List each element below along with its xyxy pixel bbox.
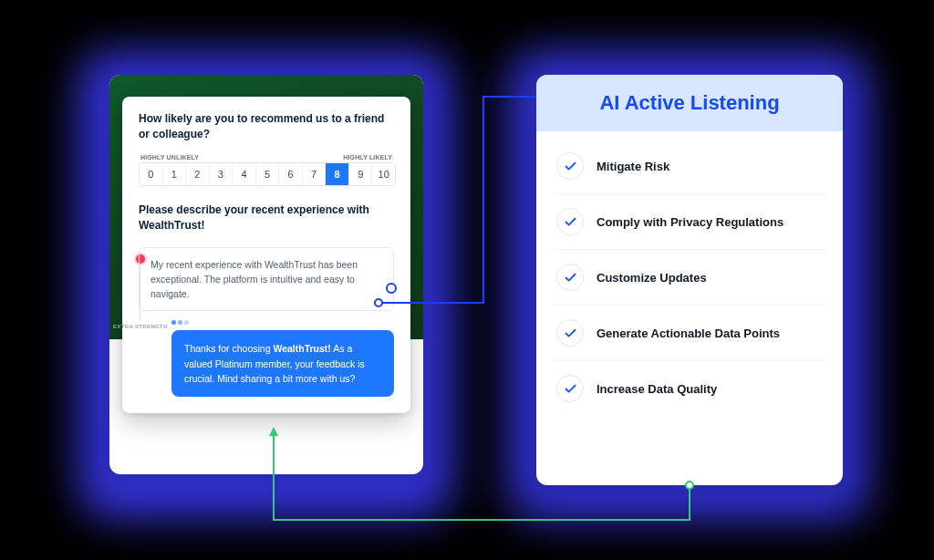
- feature-row: Mitigate Risk: [553, 139, 826, 194]
- features-list: Mitigate RiskComply with Privacy Regulat…: [536, 131, 843, 421]
- nps-cell-5[interactable]: 5: [256, 163, 280, 185]
- nps-cell-7[interactable]: 7: [303, 163, 327, 185]
- survey-card: How likely are you to recommend us to a …: [109, 75, 423, 474]
- ai-reply-bubble: Thanks for choosing WealthTrust! As a va…: [171, 330, 394, 397]
- diagram-stage: How likely are you to recommend us to a …: [0, 0, 934, 560]
- typing-indicator: [171, 320, 394, 325]
- feature-row: Generate Actionable Data Points: [553, 306, 826, 361]
- features-card: AI Active Listening Mitigate RiskComply …: [536, 75, 843, 485]
- nps-cell-1[interactable]: 1: [163, 163, 187, 185]
- feature-label: Comply with Privacy Regulations: [597, 215, 784, 229]
- open-response-box[interactable]: My recent experience with WealthTrust ha…: [139, 247, 394, 312]
- nps-question: How likely are you to recommend us to a …: [139, 111, 394, 143]
- feature-row: Increase Data Quality: [553, 361, 826, 416]
- survey-panel: How likely are you to recommend us to a …: [122, 97, 410, 413]
- nps-cell-6[interactable]: 6: [279, 163, 303, 185]
- feature-label: Customize Updates: [597, 271, 707, 285]
- nps-cell-4[interactable]: 4: [233, 163, 256, 185]
- check-icon: [556, 375, 584, 402]
- nps-cell-10[interactable]: 10: [372, 163, 395, 185]
- feature-label: Increase Data Quality: [597, 382, 717, 396]
- scale-low-label: HIGHLY UNLIKELY: [140, 154, 199, 161]
- features-title: AI Active Listening: [536, 91, 843, 115]
- check-icon: [556, 208, 584, 235]
- feature-row: Customize Updates: [553, 250, 826, 306]
- feature-label: Mitigate Risk: [597, 160, 669, 173]
- check-icon: [556, 264, 584, 291]
- feature-label: Generate Actionable Data Points: [597, 327, 780, 340]
- feature-row: Comply with Privacy Regulations: [553, 194, 826, 250]
- features-header: AI Active Listening: [536, 75, 843, 131]
- connector-anchor-left: [386, 283, 397, 294]
- nps-cell-3[interactable]: 3: [210, 163, 234, 185]
- check-icon: [556, 319, 584, 347]
- strength-label: EXTRA STRENGTH: [113, 324, 168, 330]
- nps-cell-2[interactable]: 2: [186, 163, 210, 185]
- nps-cell-8[interactable]: 8: [326, 163, 349, 185]
- nps-scale: HIGHLY UNLIKELY HIGHLY LIKELY 0123456789…: [139, 154, 394, 186]
- nps-cell-0[interactable]: 0: [140, 163, 163, 185]
- open-response-text: My recent experience with WealthTrust ha…: [150, 259, 358, 300]
- nps-cell-9[interactable]: 9: [349, 163, 373, 185]
- check-icon: [556, 152, 584, 180]
- nps-scale-cells[interactable]: 012345678910: [139, 162, 396, 186]
- scale-high-label: HIGHLY LIKELY: [343, 154, 392, 161]
- open-question: Please describe your recent experience w…: [139, 202, 394, 234]
